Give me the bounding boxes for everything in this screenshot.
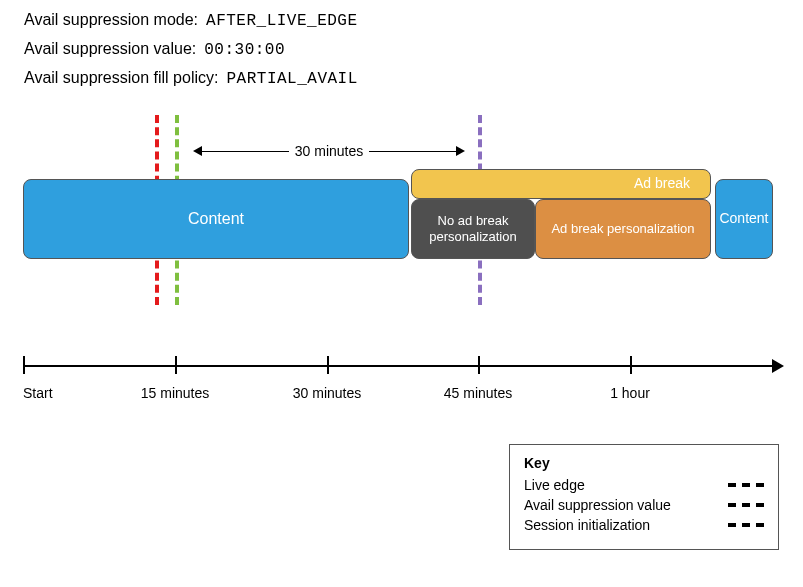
- content-block-1: Content: [23, 179, 409, 259]
- ad-personalization-block: Ad break personalization: [535, 199, 711, 259]
- legend-title: Key: [524, 455, 764, 471]
- tick-label-60: 1 hour: [610, 385, 650, 401]
- tick: [478, 356, 480, 374]
- content-block-2: Content: [715, 179, 773, 259]
- tick: [630, 356, 632, 374]
- tick-label-15: 15 minutes: [141, 385, 209, 401]
- legend-label: Session initialization: [524, 517, 650, 533]
- legend-swatch-purple: [728, 503, 764, 507]
- no-ad-personalization-block: No ad break personalization: [411, 199, 535, 259]
- setting-value-value: 00:30:00: [204, 36, 285, 64]
- arrow-right-icon: [772, 359, 784, 373]
- tick-label-start: Start: [23, 385, 53, 401]
- tick-label-45: 45 minutes: [444, 385, 512, 401]
- setting-value-label: Avail suppression value:: [24, 35, 196, 63]
- timeline: Content Ad break No ad break personaliza…: [23, 169, 773, 269]
- arrow-left-icon: [193, 146, 202, 156]
- setting-fill-value: PARTIAL_AVAIL: [226, 65, 357, 93]
- legend-swatch-red: [728, 523, 764, 527]
- tick: [23, 356, 25, 374]
- tick: [327, 356, 329, 374]
- legend-item-avail: Avail suppression value: [524, 497, 764, 513]
- setting-mode-label: Avail suppression mode:: [24, 6, 198, 34]
- settings-block: Avail suppression mode: AFTER_LIVE_EDGE …: [24, 6, 358, 93]
- tick: [175, 356, 177, 374]
- setting-fill-label: Avail suppression fill policy:: [24, 64, 218, 92]
- legend: Key Live edge Avail suppression value Se…: [509, 444, 779, 550]
- legend-swatch-green: [728, 483, 764, 487]
- ad-break-block: Ad break: [411, 169, 711, 199]
- tick-label-30: 30 minutes: [293, 385, 361, 401]
- suppression-range-arrow: 30 minutes: [193, 143, 465, 159]
- legend-item-session: Session initialization: [524, 517, 764, 533]
- suppression-range-label: 30 minutes: [289, 143, 369, 159]
- legend-label: Avail suppression value: [524, 497, 671, 513]
- legend-label: Live edge: [524, 477, 585, 493]
- setting-mode-value: AFTER_LIVE_EDGE: [206, 7, 358, 35]
- legend-item-live-edge: Live edge: [524, 477, 764, 493]
- arrow-right-icon: [456, 146, 465, 156]
